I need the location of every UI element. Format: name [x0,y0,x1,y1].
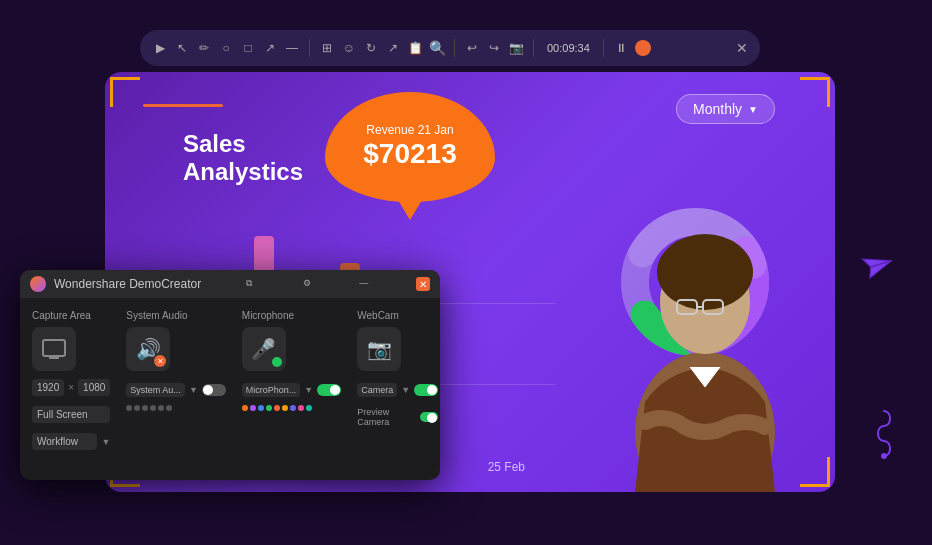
divider-1 [309,39,310,57]
export-icon[interactable]: ↗ [385,40,401,56]
arrow-tool-icon[interactable]: ↗ [262,40,278,56]
preview-row: Preview Camera [357,407,438,427]
bracket-bottom-right [800,457,830,487]
svg-rect-10 [43,340,65,356]
workflow-row: Workflow ▼ [32,433,110,450]
preview-label: Preview Camera [357,407,416,427]
dot-3 [142,405,148,411]
audio-label: System Audio [126,310,225,321]
mic-label: Microphone [242,310,341,321]
webcam-icon-box[interactable]: 📷 [357,327,401,371]
curl-decoration [872,406,897,465]
mic-icon-box[interactable]: 🎤 [242,327,286,371]
webcam-camera-icon: 📷 [367,337,392,361]
capture-label: Capture Area [32,310,110,321]
dc-minimize-button[interactable]: — [359,278,371,290]
dc-webcam-section: WebCam 📷 Camera ▼ Preview Camera [357,310,438,450]
dash-icon[interactable]: — [284,40,300,56]
record-dot[interactable] [635,40,651,56]
audio-icon-box[interactable]: 🔊 ✕ [126,327,170,371]
redo-icon[interactable]: ↪ [486,40,502,56]
revenue-amount: $70213 [363,137,456,171]
mic-dot-5 [274,405,280,411]
date-label: 25 Feb [488,460,525,474]
curl-svg [872,406,897,461]
workflow-arrow-icon: ▼ [101,437,110,447]
rotate-icon[interactable]: ↻ [363,40,379,56]
mic-dot-3 [258,405,264,411]
analytics-title: Sales Analystics [183,130,303,186]
capture-icon-box[interactable] [32,327,76,371]
mic-dot-2 [250,405,256,411]
grid-icon[interactable]: ⊞ [319,40,335,56]
dc-mic-section: Microphone 🎤 MicroPhon... ▼ [242,310,341,450]
monthly-dropdown[interactable]: Monthly ▼ [676,94,775,124]
play-icon[interactable]: ▶ [152,40,168,56]
dc-close-button[interactable]: ✕ [416,277,430,291]
pen-icon[interactable]: ✏ [196,40,212,56]
webcam-select-row: Camera ▼ [357,383,438,397]
webcam-device-select[interactable]: Camera [357,383,397,397]
democreator-panel: Wondershare DemoCreator ⧉ ⚙ — ✕ Capture … [20,270,440,480]
divider-3 [533,39,534,57]
mic-device-select[interactable]: MicroPhon... [242,383,301,397]
pause-icon[interactable]: ⏸ [613,40,629,56]
audio-toggle[interactable] [202,384,226,396]
person-image [605,172,805,492]
analytics-title-container: Sales Analystics [143,100,223,107]
dot-6 [166,405,172,411]
audio-mute-icon: ✕ [154,355,166,367]
audio-device-select[interactable]: System Au... [126,383,185,397]
audio-select-row: System Au... ▼ [126,383,225,397]
mic-dot-9 [306,405,312,411]
emoji-icon[interactable]: ☺ [341,40,357,56]
close-icon[interactable]: ✕ [736,40,748,56]
mic-dot-4 [266,405,272,411]
dc-audio-section: System Audio 🔊 ✕ System Au... ▼ [126,310,225,450]
height-input[interactable]: 1080 [78,379,110,396]
rect-icon[interactable]: □ [240,40,256,56]
audio-level-dots [126,405,225,411]
dot-5 [158,405,164,411]
mic-dot-1 [242,405,248,411]
mic-dot-7 [290,405,296,411]
capture-screen-icon [40,335,68,363]
mic-toggle[interactable] [317,384,341,396]
mic-active-indicator [272,357,282,367]
arrow-svg [853,245,894,286]
dot-1 [126,405,132,411]
bracket-top-right [800,77,830,107]
circle-icon[interactable]: ○ [218,40,234,56]
webcam-arrow-icon: ▼ [401,385,410,395]
mic-dot-6 [282,405,288,411]
workflow-select[interactable]: Workflow [32,433,97,450]
revenue-label: Revenue 21 Jan [366,123,453,137]
webcam-toggle[interactable] [414,384,438,396]
cursor-icon[interactable]: ↖ [174,40,190,56]
paper-plane-icon [850,245,894,292]
bracket-top-left [110,77,140,107]
camera-icon[interactable]: 📷 [508,40,524,56]
screen-mode-select[interactable]: Full Screen [32,406,110,423]
dc-capture-section: Capture Area 1920 × 1080 Full Screen Wor… [32,310,110,450]
dc-restore-button[interactable]: ⧉ [246,278,258,290]
dc-logo-icon [30,276,46,292]
clipboard-icon[interactable]: 📋 [407,40,423,56]
magnify-icon[interactable]: 🔍 [429,40,445,56]
dot-2 [134,405,140,411]
width-input[interactable]: 1920 [32,379,64,396]
svg-point-6 [657,234,753,310]
dropdown-chevron-icon: ▼ [748,104,758,115]
divider-4 [603,39,604,57]
revenue-bubble: Revenue 21 Jan $70213 [325,92,495,202]
times-icon: × [68,382,74,393]
mic-arrow-icon: ▼ [304,385,313,395]
dc-settings-button[interactable]: ⚙ [303,278,315,290]
title-underline [143,104,223,107]
undo-icon[interactable]: ↩ [464,40,480,56]
preview-toggle[interactable] [420,412,438,422]
audio-arrow-icon: ▼ [189,385,198,395]
svg-point-14 [881,453,887,459]
mic-select-row: MicroPhon... ▼ [242,383,341,397]
dc-content: Capture Area 1920 × 1080 Full Screen Wor… [20,298,440,462]
